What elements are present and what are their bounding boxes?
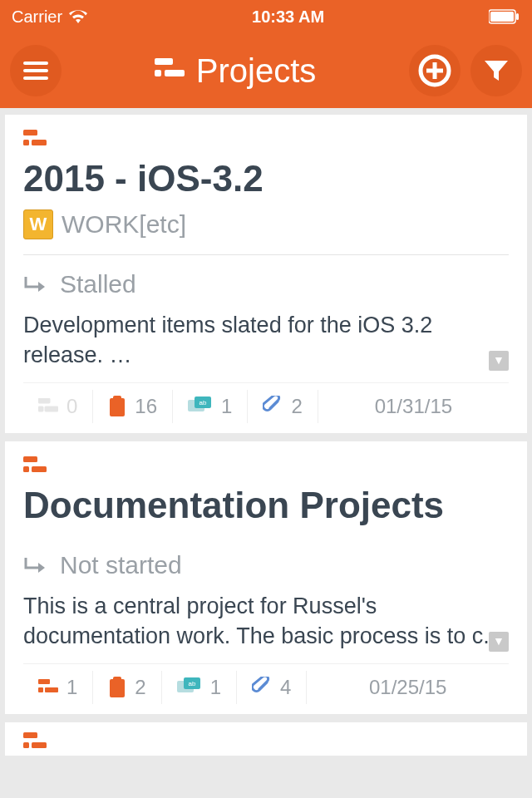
project-icon bbox=[23, 456, 47, 476]
project-status: Not started bbox=[23, 536, 509, 588]
svg-rect-6 bbox=[155, 58, 173, 65]
svg-rect-34 bbox=[23, 732, 37, 738]
clock-label: 10:33 AM bbox=[252, 7, 324, 27]
svg-text:ab: ab bbox=[200, 399, 207, 406]
paperclip-icon bbox=[252, 677, 272, 698]
project-card[interactable]: Documentation Projects Not started This … bbox=[5, 441, 527, 714]
meta-subprojects[interactable]: 1 bbox=[23, 671, 93, 704]
svg-rect-14 bbox=[32, 140, 47, 145]
svg-rect-3 bbox=[23, 62, 48, 65]
svg-rect-13 bbox=[23, 140, 29, 145]
project-title: 2015 - iOS-3.2 bbox=[23, 158, 509, 200]
meta-tasks[interactable]: 2 bbox=[93, 671, 161, 704]
meta-discussions[interactable]: ab 1 bbox=[173, 390, 248, 423]
arrow-return-icon bbox=[23, 556, 47, 574]
project-icon bbox=[23, 130, 47, 150]
svg-rect-17 bbox=[45, 406, 58, 411]
svg-rect-5 bbox=[23, 76, 48, 80]
svg-rect-8 bbox=[165, 70, 185, 76]
battery-icon bbox=[489, 9, 520, 24]
meta-attachments[interactable]: 4 bbox=[237, 671, 307, 704]
chat-icon: ab bbox=[188, 397, 213, 416]
menu-button[interactable] bbox=[10, 45, 62, 96]
svg-rect-11 bbox=[426, 69, 443, 73]
svg-text:ab: ab bbox=[188, 680, 195, 687]
svg-rect-16 bbox=[38, 406, 43, 411]
org-badge-icon: W bbox=[23, 209, 53, 239]
svg-rect-30 bbox=[113, 677, 121, 682]
carrier-label: Carrier bbox=[12, 7, 62, 27]
svg-rect-26 bbox=[38, 679, 50, 684]
project-icon bbox=[23, 732, 47, 752]
svg-rect-35 bbox=[23, 742, 29, 748]
svg-rect-2 bbox=[516, 13, 519, 20]
add-button[interactable] bbox=[409, 45, 461, 96]
project-status: Stalled bbox=[23, 255, 509, 307]
svg-rect-19 bbox=[113, 396, 121, 401]
svg-rect-12 bbox=[23, 130, 37, 135]
projects-list[interactable]: 2015 - iOS-3.2 W WORK[etc] Stalled Devel… bbox=[0, 108, 532, 756]
subprojects-icon bbox=[38, 679, 58, 696]
meta-attachments[interactable]: 2 bbox=[248, 390, 318, 423]
clipboard-icon bbox=[108, 677, 126, 698]
svg-rect-28 bbox=[45, 687, 58, 692]
meta-subprojects[interactable]: 0 bbox=[23, 390, 93, 423]
svg-rect-7 bbox=[155, 70, 161, 76]
hamburger-icon bbox=[23, 62, 48, 80]
meta-tasks[interactable]: 16 bbox=[93, 390, 173, 423]
filter-button[interactable] bbox=[470, 45, 522, 96]
project-description: Development items slated for the iOS 3.2… bbox=[23, 307, 509, 382]
project-meta: 0 16 ab 1 2 01/31/15 bbox=[23, 382, 509, 423]
project-org: W WORK[etc] bbox=[23, 209, 509, 255]
app-header: Projects bbox=[0, 33, 532, 108]
project-card[interactable] bbox=[5, 722, 527, 756]
svg-rect-29 bbox=[110, 679, 125, 697]
expand-button[interactable]: ▼ bbox=[489, 351, 509, 371]
expand-button[interactable]: ▼ bbox=[489, 632, 509, 652]
page-title: Projects bbox=[155, 52, 317, 90]
clipboard-icon bbox=[108, 396, 126, 417]
svg-rect-36 bbox=[32, 742, 47, 748]
svg-rect-15 bbox=[38, 398, 50, 403]
svg-rect-4 bbox=[23, 69, 48, 72]
status-bar: Carrier 10:33 AM bbox=[0, 0, 532, 33]
project-title: Documentation Projects bbox=[23, 485, 509, 526]
wifi-icon bbox=[69, 9, 87, 24]
arrow-return-icon bbox=[23, 275, 47, 293]
meta-date: 01/31/15 bbox=[318, 390, 509, 423]
meta-discussions[interactable]: ab 1 bbox=[162, 671, 237, 704]
svg-rect-25 bbox=[32, 466, 47, 472]
chat-icon: ab bbox=[177, 677, 202, 697]
projects-icon bbox=[155, 58, 185, 83]
project-meta: 1 2 ab 1 4 01/25/15 bbox=[23, 663, 509, 704]
svg-rect-24 bbox=[23, 466, 29, 472]
plus-circle-icon bbox=[418, 54, 451, 87]
paperclip-icon bbox=[263, 396, 283, 417]
svg-rect-1 bbox=[490, 12, 514, 22]
svg-rect-27 bbox=[38, 687, 43, 692]
subprojects-icon bbox=[38, 398, 58, 415]
project-card[interactable]: 2015 - iOS-3.2 W WORK[etc] Stalled Devel… bbox=[5, 115, 527, 433]
funnel-icon bbox=[483, 57, 510, 84]
meta-date: 01/25/15 bbox=[307, 671, 509, 704]
svg-rect-18 bbox=[110, 398, 125, 416]
svg-rect-23 bbox=[23, 456, 37, 462]
project-description: This is a central project for Russel's d… bbox=[23, 588, 509, 663]
